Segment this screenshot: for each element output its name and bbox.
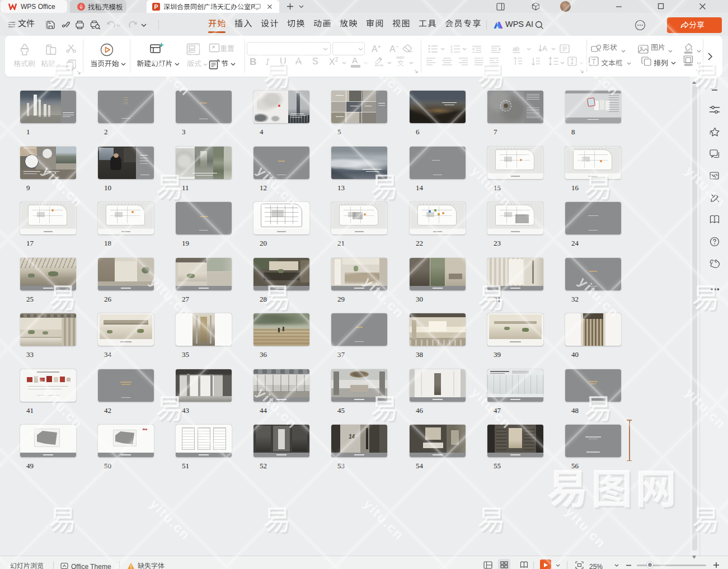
svg-text:yitu.cn: yitu.cn [147, 496, 194, 543]
svg-text:P: P [154, 3, 158, 10]
svg-text:yitu.cn: yitu.cn [361, 496, 408, 543]
svg-text:3: 3 [450, 50, 453, 53]
svg-text:yitu.cn: yitu.cn [562, 504, 609, 551]
svg-text:A: A [542, 44, 547, 53]
svg-text:ab: ab [513, 45, 519, 52]
